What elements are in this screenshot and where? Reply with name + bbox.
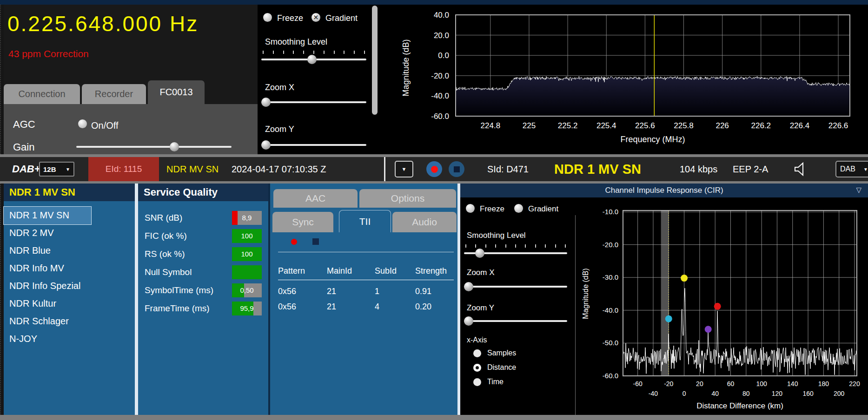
quality-value xyxy=(232,265,262,279)
service-item[interactable]: NDR Info Spezial xyxy=(4,277,135,295)
svg-text:-40: -40 xyxy=(649,390,658,397)
tii-table-cell: 0x56 xyxy=(278,302,327,312)
svg-text:224.8: 224.8 xyxy=(481,121,501,130)
tab-aac[interactable]: AAC xyxy=(273,189,358,208)
cir-zoomy-slider[interactable] xyxy=(464,316,567,326)
tuner-tab-recorder[interactable]: Recorder xyxy=(82,84,146,104)
tuner-panel: 0.225.648.000 Hz 43 ppm Correction Conne… xyxy=(4,5,258,154)
quality-value: 100 xyxy=(232,247,262,261)
svg-text:226.4: 226.4 xyxy=(790,121,810,130)
cir-panel-title: Channel Impulse Response (CIR) xyxy=(605,186,723,195)
tii-table-cell: 0x56 xyxy=(278,287,327,296)
statusbar-divider xyxy=(384,157,385,181)
collapse-triangle-icon[interactable]: ▽ xyxy=(856,186,861,194)
svg-text:226.6: 226.6 xyxy=(828,121,848,130)
window-left-resize-edge[interactable] xyxy=(0,5,4,420)
svg-text:226.2: 226.2 xyxy=(751,121,771,130)
tii-separator xyxy=(278,252,454,252)
stop-button[interactable] xyxy=(449,161,464,177)
cir-smoothing-slider[interactable] xyxy=(464,249,567,258)
svg-text:-60.0: -60.0 xyxy=(431,112,449,121)
service-item[interactable]: N-JOY xyxy=(4,330,135,348)
recording-options-dropdown-button[interactable]: ▼ xyxy=(395,161,413,177)
svg-text:-10.0: -10.0 xyxy=(603,208,618,216)
svg-text:225.8: 225.8 xyxy=(674,121,694,130)
tuner-tab-fc0013[interactable]: FC0013 xyxy=(148,80,205,104)
cir-zoomy-label: Zoom Y xyxy=(467,303,494,313)
quality-bar xyxy=(232,265,262,279)
tii-column-header: Strength xyxy=(415,266,454,276)
service-item[interactable]: NDR 2 MV xyxy=(4,224,135,242)
service-item[interactable]: NDR Schlager xyxy=(4,313,135,330)
tii-table-cell: 0.91 xyxy=(415,287,454,296)
cir-panel: Channel Impulse Response (CIR) ▽ Freeze … xyxy=(460,184,868,415)
svg-text:140: 140 xyxy=(787,380,798,387)
quality-value: 8,9 xyxy=(232,211,262,225)
decoder-tabs-panel: PatternMainIdSubIdStrength0x562110.910x5… xyxy=(270,184,457,415)
tab-sync[interactable]: Sync xyxy=(272,212,333,232)
cir-freeze-radio[interactable] xyxy=(466,204,475,213)
ppm-correction-label: 43 ppm Correction xyxy=(8,48,89,59)
quality-value: 0,50 xyxy=(232,283,262,297)
tuner-tab-connection[interactable]: Connection xyxy=(4,84,80,104)
svg-text:225.6: 225.6 xyxy=(635,121,655,130)
mode-label: DAB+ xyxy=(12,157,40,181)
cir-zoomx-slider[interactable] xyxy=(464,282,567,291)
status-bar: DAB+ 12B ▼ EId: 1115 NDR MV SN 2024-04-1… xyxy=(0,157,868,181)
spectrum-smoothing-slider[interactable] xyxy=(261,55,366,64)
output-mode-dropdown[interactable]: DAB ▼ xyxy=(835,161,868,177)
service-item[interactable]: NDR Kultur xyxy=(4,295,135,313)
spectrum-freeze-radio[interactable] xyxy=(263,13,272,22)
tab-options[interactable]: Options xyxy=(359,189,456,208)
tii-column-header: MainId xyxy=(327,266,375,276)
quality-row-label: Null Symbol xyxy=(145,267,192,277)
spectrum-zoomy-slider[interactable] xyxy=(261,140,366,150)
xaxis-radio-samples[interactable]: Samples xyxy=(473,349,516,357)
svg-text:200: 200 xyxy=(834,390,845,397)
agc-label: AGC xyxy=(13,118,35,131)
spectrum-gradient-checkbox[interactable]: ✕ xyxy=(311,13,320,22)
cir-gradient-radio[interactable] xyxy=(514,204,523,213)
gain-slider[interactable] xyxy=(76,142,232,151)
service-list-title: NDR 1 MV SN xyxy=(4,184,135,201)
spectrum-controls-scrollbar[interactable] xyxy=(372,6,378,115)
svg-text:-40.0: -40.0 xyxy=(603,306,618,314)
xaxis-radio-time[interactable]: Time xyxy=(473,378,504,386)
speaker-icon[interactable] xyxy=(792,161,808,177)
cir-panel-header: Channel Impulse Response (CIR) ▽ xyxy=(460,184,868,197)
svg-text:-20.0: -20.0 xyxy=(603,241,618,249)
xaxis-radio-distance[interactable]: Distance xyxy=(473,363,516,372)
cir-xaxis-label: x-Axis xyxy=(467,336,487,344)
svg-text:-60.0: -60.0 xyxy=(603,372,618,380)
quality-bar: 100 xyxy=(232,229,262,243)
record-button[interactable] xyxy=(426,161,442,177)
spectrum-smoothing-label: Smoothing Level xyxy=(265,37,327,47)
panel-separator[interactable] xyxy=(135,184,138,415)
tab-tii[interactable]: TII xyxy=(339,210,391,232)
service-item[interactable]: NDR 1 MV SN xyxy=(4,207,91,224)
svg-text:225: 225 xyxy=(523,121,536,130)
quality-row-label: SNR (dB) xyxy=(145,213,182,223)
spectrum-zoomy-label: Zoom Y xyxy=(265,125,294,134)
svg-text:120: 120 xyxy=(772,390,783,397)
svg-text:-20.0: -20.0 xyxy=(431,72,449,80)
tii-table-cell: 21 xyxy=(327,287,375,296)
purple-transmitter-marker xyxy=(705,326,712,333)
quality-row-label: FIC (ok %) xyxy=(145,231,187,241)
svg-text:60: 60 xyxy=(727,380,735,387)
quality-row: FIC (ok %)100 xyxy=(138,227,268,245)
channel-dropdown[interactable]: 12B ▼ xyxy=(39,162,74,177)
quality-value: 95,9 xyxy=(232,302,262,315)
agc-onoff-radio[interactable] xyxy=(78,119,87,128)
spectrum-zoomx-slider[interactable] xyxy=(261,98,366,107)
tab-audio[interactable]: Audio xyxy=(392,212,457,232)
service-item[interactable]: NDR Blue xyxy=(4,242,135,260)
service-list: NDR 1 MV SNNDR 2 MVNDR BlueNDR Info MVND… xyxy=(4,201,135,348)
service-item[interactable]: NDR Info MV xyxy=(4,260,135,277)
svg-text:0.0: 0.0 xyxy=(438,51,449,60)
quality-bar: 95,9 xyxy=(232,302,262,315)
svg-text:-20: -20 xyxy=(664,380,673,387)
quality-row-label: FrameTime (ms) xyxy=(145,303,210,314)
tii-column-header: SubId xyxy=(375,266,415,276)
svg-text:225.2: 225.2 xyxy=(558,121,578,130)
